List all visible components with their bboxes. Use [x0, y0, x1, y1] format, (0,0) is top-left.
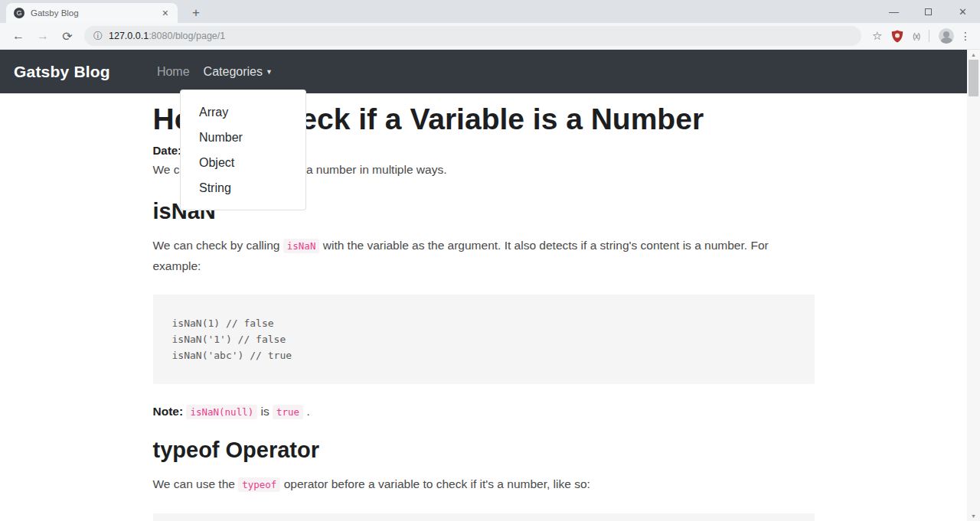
maximize-icon — [925, 8, 932, 15]
address-bar[interactable]: ⓘ 127.0.0.1:8080/blog/page/1 — [84, 26, 861, 46]
dropdown-item-object[interactable]: Object — [181, 150, 305, 175]
tab-close-icon[interactable]: × — [161, 7, 170, 19]
inline-code-isnan-null: isNaN(null) — [186, 405, 257, 419]
url-host: 127.0.0.1 — [109, 31, 149, 41]
page-inner: Gatsby Blog Home Categories▼ Array Numbe… — [0, 50, 967, 521]
toolbar-divider — [929, 30, 929, 42]
browser-menu-icon[interactable]: ⋮ — [960, 30, 971, 42]
typeof-para-text-2: operator before a variable to check if i… — [280, 477, 590, 490]
inline-code-typeof: typeof — [238, 477, 280, 492]
dropdown-item-number[interactable]: Number — [181, 125, 305, 150]
dropdown-item-string[interactable]: String — [181, 175, 305, 200]
page-scrollbar[interactable]: ▲ ▼ — [967, 50, 980, 521]
browser-window: G Gatsby Blog × + — ✕ ← → ⟳ ⓘ 127.0.0.1:… — [0, 0, 980, 521]
site-brand[interactable]: Gatsby Blog — [14, 63, 110, 81]
browser-toolbar: ← → ⟳ ⓘ 127.0.0.1:8080/blog/page/1 ☆ (x)… — [0, 23, 980, 50]
close-window-button[interactable]: ✕ — [946, 0, 980, 23]
site-favicon-icon: G — [14, 8, 24, 18]
note-label: Note: — [153, 405, 184, 418]
tab-strip: G Gatsby Blog × + — ✕ — [0, 0, 980, 23]
note-text-is: is — [257, 405, 273, 418]
inline-code-true: true — [273, 405, 303, 419]
url-text: 127.0.0.1:8080/blog/page/1 — [109, 31, 225, 41]
code-block-typeof: typeof 1 == 'number' // true typeof '1' … — [153, 513, 815, 521]
dropdown-item-array[interactable]: Array — [181, 99, 305, 125]
maximize-button[interactable] — [911, 0, 946, 23]
typeof-paragraph: We can use the typeof operator before a … — [153, 474, 815, 495]
profile-avatar[interactable] — [939, 28, 954, 44]
typeof-para-text-1: We can use the — [153, 477, 239, 490]
nav-links: Home Categories▼ — [150, 65, 279, 79]
categories-dropdown-menu: Array Number Object String — [180, 90, 306, 210]
site-info-icon[interactable]: ⓘ — [93, 30, 103, 43]
inline-code-isnan: isNaN — [283, 239, 320, 253]
url-path: :8080/blog/page/1 — [149, 31, 225, 41]
adblock-shield-icon[interactable] — [891, 30, 903, 43]
new-tab-button[interactable]: + — [187, 5, 205, 21]
note-text-end: . — [303, 405, 310, 418]
nav-link-categories[interactable]: Categories▼ — [197, 65, 279, 79]
isnan-paragraph: We can check by calling isNaN with the v… — [153, 236, 815, 276]
window-controls: — ✕ — [877, 0, 980, 23]
minimize-button[interactable]: — — [877, 0, 911, 23]
chevron-down-icon: ▼ — [266, 68, 273, 76]
isnan-para-text-1: We can check by calling — [153, 239, 283, 252]
back-button[interactable]: ← — [8, 25, 29, 47]
bookmark-star-icon[interactable]: ☆ — [872, 29, 882, 43]
categories-label: Categories — [204, 65, 263, 78]
scroll-up-arrow[interactable]: ▲ — [967, 50, 980, 60]
forward-button[interactable]: → — [32, 25, 54, 47]
nav-link-home[interactable]: Home — [150, 65, 197, 79]
browser-tab[interactable]: G Gatsby Blog × — [6, 3, 178, 23]
refresh-button[interactable]: ⟳ — [57, 25, 78, 47]
extension-icon[interactable]: (x) — [913, 32, 920, 41]
toolbar-right: ☆ (x) ⋮ — [867, 28, 974, 44]
note-paragraph: Note: isNaN(null) is true . — [153, 405, 815, 418]
code-block-isnan: isNaN(1) // false isNaN('1') // false is… — [153, 295, 815, 384]
site-navbar: Gatsby Blog Home Categories▼ — [0, 50, 967, 93]
web-page: Gatsby Blog Home Categories▼ Array Numbe… — [0, 50, 980, 521]
tab-title: Gatsby Blog — [31, 8, 161, 18]
scrollbar-thumb[interactable] — [969, 60, 978, 96]
scroll-down-arrow[interactable]: ▼ — [967, 511, 980, 521]
heading-typeof: typeof Operator — [153, 438, 815, 463]
